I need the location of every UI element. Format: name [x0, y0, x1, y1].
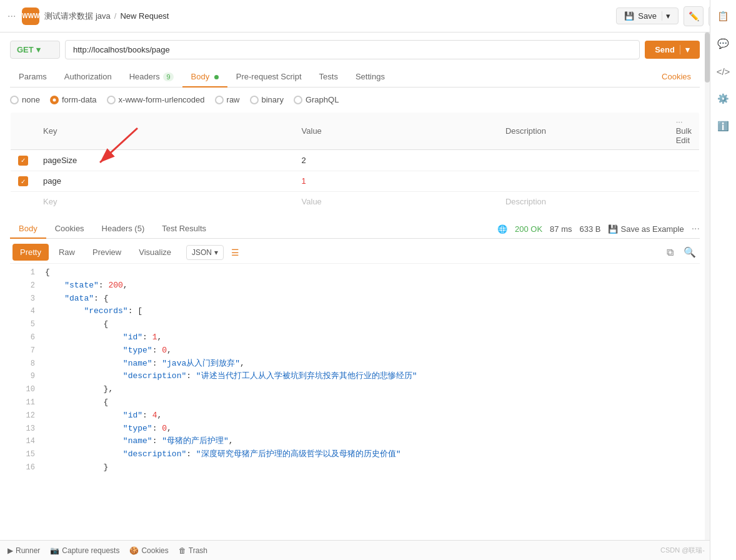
trash-button[interactable]: 🗑 Trash [179, 546, 207, 555]
sidebar-copy-icon[interactable]: 📋 [715, 8, 732, 25]
bottom-bar: ▶ Runner 📷 Capture requests 🍪 Cookies 🗑 … [0, 540, 710, 560]
body-type-binary[interactable]: binary [250, 95, 284, 104]
tab-headers[interactable]: Headers 9 [121, 67, 182, 88]
sidebar-chat-icon[interactable]: 💬 [715, 35, 732, 52]
tab-tests[interactable]: Tests [311, 67, 347, 88]
code-actions: ⧉ 🔍 [662, 245, 697, 260]
response-tab-testresults[interactable]: Test Results [153, 219, 215, 239]
table-more-dots[interactable]: ··· [676, 117, 683, 126]
code-tab-preview[interactable]: Preview [85, 244, 129, 261]
response-status-area: 🌐 200 OK 87 ms 633 B 💾 Save as Example ·… [497, 223, 700, 234]
json-line-7: 7 "type": 0, [10, 344, 700, 358]
row2-key[interactable]: page [43, 176, 61, 186]
json-line-17: 17 ], [10, 474, 700, 476]
top-bar: ··· WWW 测试请求数据 java / New Request 💾 Save… [0, 0, 736, 32]
tab-settings[interactable]: Settings [347, 67, 394, 88]
send-button[interactable]: Send ▾ [645, 41, 700, 59]
col-header-check [11, 112, 36, 150]
save-dropdown-arrow[interactable]: ▾ [662, 11, 670, 21]
body-type-graphql-label: GraphQL [306, 95, 339, 104]
code-tab-raw[interactable]: Raw [51, 244, 82, 261]
format-select[interactable]: JSON ▾ [186, 245, 224, 260]
save-example-button[interactable]: 💾 Save as Example [608, 224, 684, 234]
body-type-graphql[interactable]: GraphQL [294, 95, 339, 104]
json-line-9: 9 "description": "讲述当代打工人从入学被坑到弃坑投奔其他行业的… [10, 370, 700, 383]
row1-key[interactable]: pageSize [43, 156, 77, 165]
breadcrumb: 测试请求数据 java / New Request [44, 11, 169, 22]
status-time: 87 ms [550, 224, 572, 234]
radio-graphql[interactable] [294, 96, 302, 104]
json-line-3: 3 "data": { [10, 292, 700, 306]
url-input[interactable] [65, 40, 640, 59]
radio-formdata[interactable] [50, 96, 59, 104]
tab-params[interactable]: Params [10, 67, 56, 88]
empty-value[interactable]: Value [302, 197, 322, 206]
radio-raw[interactable] [215, 96, 224, 104]
bulk-edit-button[interactable]: Bulk Edit [676, 126, 692, 145]
tab-prerequest[interactable]: Pre-request Script [227, 67, 311, 88]
save-example-label: Save as Example [620, 224, 684, 234]
row2-checkbox[interactable]: ✓ [18, 176, 28, 186]
json-line-8: 8 "name": "java从入门到放弃", [10, 358, 700, 371]
save-example-icon: 💾 [608, 224, 618, 234]
capture-icon: 📷 [50, 546, 59, 555]
main-content: GET ▾ Send ▾ Params Authorization Header… [0, 32, 710, 483]
sidebar-info-icon[interactable]: ℹ️ [715, 118, 732, 135]
method-select[interactable]: GET ▾ [10, 41, 60, 59]
json-area[interactable]: 1 { 2 "state": 200, 3 "data": { 4 "recor… [10, 263, 700, 476]
cookies-icon: 🍪 [129, 546, 139, 555]
row1-value[interactable]: 2 [302, 156, 306, 165]
tab-authorization[interactable]: Authorization [56, 67, 121, 88]
search-code-button[interactable]: 🔍 [682, 245, 697, 260]
code-tab-pretty[interactable]: Pretty [12, 244, 49, 261]
col-header-actions: ··· Bulk Edit [669, 112, 700, 150]
empty-description[interactable]: Description [505, 197, 546, 206]
filter-icon[interactable]: ☰ [231, 248, 239, 258]
empty-key[interactable]: Key [43, 197, 57, 206]
capture-button[interactable]: 📷 Capture requests [50, 546, 119, 555]
save-label: Save [638, 11, 657, 21]
json-line-2: 2 "state": 200, [10, 279, 700, 292]
scrollbar-thumb[interactable] [705, 32, 710, 82]
edit-icon-button[interactable]: ✏️ [684, 6, 704, 26]
code-tab-visualize[interactable]: Visualize [131, 244, 179, 261]
table-row: ✓ pageSize 2 [11, 150, 700, 171]
body-type-none[interactable]: none [10, 95, 40, 104]
tab-body[interactable]: Body [182, 67, 227, 88]
right-sidebar: 📋 💬 </> ⚙️ ℹ️ [710, 0, 736, 560]
table-row-empty: Key Value Description [11, 192, 700, 212]
save-button[interactable]: 💾 Save ▾ [616, 8, 679, 24]
tab-cookies[interactable]: Cookies [653, 67, 700, 88]
body-type-raw[interactable]: raw [215, 95, 240, 104]
radio-urlencoded[interactable] [107, 96, 116, 104]
response-tab-cookies[interactable]: Cookies [46, 219, 93, 239]
runner-icon: ▶ [7, 546, 13, 555]
radio-none[interactable] [10, 96, 19, 104]
sidebar-settings-icon[interactable]: ⚙️ [715, 90, 732, 108]
status-code: 200 OK [515, 224, 542, 234]
response-tab-body[interactable]: Body [10, 219, 46, 239]
url-bar: GET ▾ Send ▾ [10, 40, 700, 59]
json-line-14: 14 "name": "母猪的产后护理", [10, 435, 700, 448]
cookies-bottom-button[interactable]: 🍪 Cookies [129, 546, 168, 555]
row2-value[interactable]: 1 [302, 176, 306, 186]
radio-binary[interactable] [250, 96, 259, 104]
row1-checkbox[interactable]: ✓ [18, 156, 28, 166]
runner-button[interactable]: ▶ Runner [7, 546, 40, 555]
body-type-urlencoded[interactable]: x-www-form-urlencoded [107, 95, 205, 104]
breadcrumb-parent[interactable]: 测试请求数据 java [44, 11, 110, 22]
response-more-dots[interactable]: ··· [692, 223, 700, 234]
scrollbar-track[interactable] [705, 32, 710, 540]
send-dropdown-arrow[interactable]: ▾ [680, 45, 690, 54]
body-type-formdata[interactable]: form-data [50, 95, 97, 104]
body-type-binary-label: binary [262, 95, 284, 104]
sidebar-code-icon[interactable]: </> [715, 62, 732, 80]
params-table: Key Value Description ··· Bulk Edit ✓ pa… [10, 112, 700, 212]
response-tab-headers[interactable]: Headers (5) [93, 219, 154, 239]
body-type-formdata-label: form-data [62, 95, 97, 104]
method-arrow: ▾ [36, 45, 41, 54]
json-line-6: 6 "id": 1, [10, 331, 700, 344]
json-line-13: 13 "type": 0, [10, 422, 700, 436]
response-tabs: Body Cookies Headers (5) Test Results 🌐 … [10, 219, 700, 239]
copy-code-button[interactable]: ⧉ [662, 245, 677, 260]
